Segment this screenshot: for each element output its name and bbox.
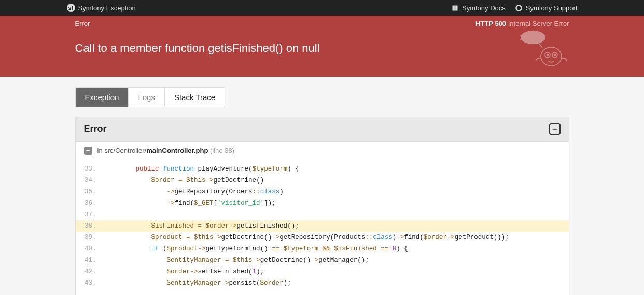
support-link-label: Symfony Support <box>526 4 578 12</box>
docs-link[interactable]: Symfony Docs <box>451 4 506 12</box>
code-line-highlighted: 38. $isFinished = $order->getisFinished(… <box>76 220 569 232</box>
code-line: 37. <box>76 209 569 220</box>
exception-message: Call to a member function getisFinished(… <box>75 41 569 56</box>
svg-point-4 <box>547 54 548 56</box>
code-source: public function playAdventure($typeform)… <box>105 163 569 175</box>
code-line: 40. if ($product->getTypeformEnd() == $t… <box>76 243 569 255</box>
code-line: 42. $order->setIsFinished(1); <box>76 266 569 277</box>
line-number: 34. <box>76 175 105 186</box>
trace-path-file: mainController.php <box>146 147 208 154</box>
code-line: 35. ->getRepository(Orders::class) <box>76 186 569 198</box>
line-number: 35. <box>76 186 105 198</box>
code-source <box>105 209 569 220</box>
life-ring-icon <box>515 4 523 12</box>
line-number: 33. <box>76 163 105 175</box>
code-line: 43. $entityManager->persist($order); <box>76 277 569 289</box>
code-line: 39. $product = $this->getDoctrine()->get… <box>76 232 569 243</box>
trace-file-row: − in src/Controller/mainController.php (… <box>76 142 569 160</box>
code-source: ->find($_GET['visitor_id']); <box>105 198 569 209</box>
code-source: $product = $this->getDoctrine()->getRepo… <box>105 232 569 243</box>
code-line: 33. public function playAdventure($typef… <box>76 163 569 175</box>
ghost-bubble-text: Exception! <box>520 34 545 40</box>
topbar: sf Symfony Exception Symfony Docs Symfon… <box>0 0 644 16</box>
code-source: $order->setIsFinished(1); <box>105 266 569 277</box>
code-source: ->getRepository(Orders::class) <box>105 186 569 198</box>
error-banner: Error HTTP 500 Internal Server Error Cal… <box>0 16 644 77</box>
http-text: Internal Server Error <box>508 20 569 27</box>
code-block: 33. public function playAdventure($typef… <box>76 160 569 295</box>
symfony-logo-icon: sf <box>67 4 75 12</box>
minus-icon: − <box>552 125 557 133</box>
code-line: 36. ->find($_GET['visitor_id']); <box>76 198 569 209</box>
panel-title: Error <box>84 123 107 134</box>
line-number: 41. <box>76 255 105 266</box>
trace-path-prefix: src/Controller/ <box>104 147 146 154</box>
ghost-illustration: Exception! <box>507 28 569 71</box>
code-source: $entityManager = $this->getDoctrine()->g… <box>105 255 569 266</box>
support-link[interactable]: Symfony Support <box>515 4 578 12</box>
panel-header: Error − <box>76 117 569 142</box>
collapse-trace-button[interactable]: − <box>84 147 92 155</box>
topbar-brand-text: Symfony Exception <box>78 4 136 12</box>
collapse-panel-button[interactable]: − <box>549 123 561 135</box>
code-line: 41. $entityManager = $this->getDoctrine(… <box>76 255 569 266</box>
trace-line-info: (line 38) <box>210 147 234 154</box>
code-source: $isFinished = $order->getisFinished(); <box>105 220 569 232</box>
docs-link-label: Symfony Docs <box>462 4 506 12</box>
tab-exception[interactable]: Exception <box>76 88 129 107</box>
line-number: 40. <box>76 243 105 255</box>
tab-stack-trace[interactable]: Stack Trace <box>165 88 225 107</box>
code-source: $entityManager->persist($order); <box>105 277 569 289</box>
error-panel: Error − − in src/Controller/mainControll… <box>75 117 569 295</box>
code-source: $order = $this->getDoctrine() <box>105 175 569 186</box>
line-number: 37. <box>76 209 105 220</box>
svg-point-1 <box>541 47 562 66</box>
tabs: Exception Logs Stack Trace <box>75 87 226 107</box>
line-number: 36. <box>76 198 105 209</box>
code-source: if ($product->getTypeformEnd() == $typef… <box>105 243 569 255</box>
line-number: 43. <box>76 277 105 289</box>
tab-logs[interactable]: Logs <box>129 88 165 107</box>
code-line: 34. $order = $this->getDoctrine() <box>76 175 569 186</box>
line-number: 42. <box>76 266 105 277</box>
book-icon <box>451 4 459 12</box>
svg-point-5 <box>554 54 555 56</box>
topbar-brand: sf Symfony Exception <box>67 4 136 12</box>
http-code: HTTP 500 <box>475 20 506 27</box>
http-status: HTTP 500 Internal Server Error <box>475 20 569 27</box>
trace-in: in <box>97 147 103 154</box>
line-number: 39. <box>76 232 105 243</box>
exception-class-label: Error <box>75 20 90 27</box>
line-number: 38. <box>76 220 105 232</box>
trace-file-label: in src/Controller/mainController.php (li… <box>97 147 234 154</box>
